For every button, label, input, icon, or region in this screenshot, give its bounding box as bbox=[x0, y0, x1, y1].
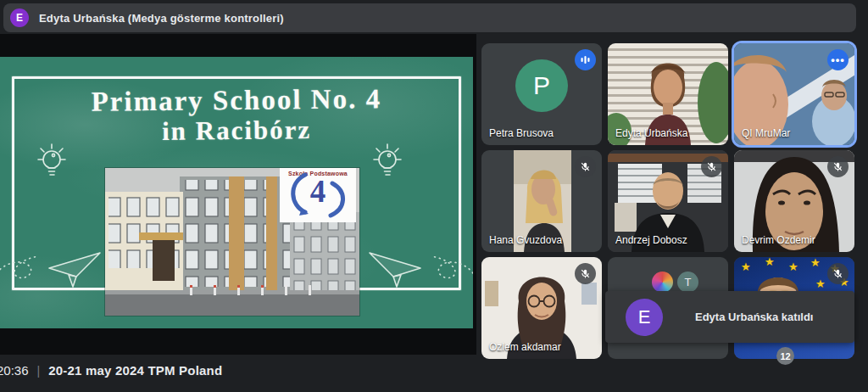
control-bar: 20:36 | 20-21 may 2024 TPM Poland CC bbox=[0, 352, 868, 392]
avatar-initial: P bbox=[533, 71, 550, 100]
mini-avatar-photo bbox=[652, 272, 673, 293]
avatar-initial: T bbox=[685, 276, 692, 288]
school-logo-swoosh bbox=[280, 168, 356, 222]
participant-name: QI MruMar bbox=[742, 127, 790, 139]
presenter-avatar-initial: E bbox=[16, 12, 23, 24]
participants-count-badge: 12 bbox=[776, 347, 794, 365]
mic-off-icon bbox=[575, 156, 596, 177]
participant-tile-edyta-urbanska[interactable]: Edyta Urbańska bbox=[608, 43, 728, 145]
participant-name: Petra Brusova bbox=[489, 127, 554, 139]
join-notification-toast: E Edyta Urbańska katıldı bbox=[605, 291, 854, 343]
school-photo: Szkoła Podstawowa 4 bbox=[105, 168, 359, 316]
school-logo: Szkoła Podstawowa 4 bbox=[280, 168, 356, 222]
more-options-icon[interactable]: ••• bbox=[827, 49, 849, 70]
slide-title-line1: Primary School No. 4 bbox=[0, 82, 473, 119]
toast-message: Edyta Urbańska katıldı bbox=[695, 311, 813, 323]
eu-star: ★ bbox=[741, 260, 751, 273]
toast-avatar-initial: E bbox=[638, 306, 651, 328]
meeting-info: 20:36 | 20-21 may 2024 TPM Poland bbox=[0, 363, 222, 378]
participant-name: Hana Gvuzdova bbox=[489, 234, 562, 246]
paper-plane-doodle-right bbox=[356, 238, 473, 294]
presentation-stage: Primary School No. 4 in Racibórz bbox=[0, 34, 476, 355]
eu-star: ★ bbox=[765, 257, 775, 268]
presenter-avatar: E bbox=[10, 8, 29, 27]
slide-title: Primary School No. 4 in Racibórz bbox=[0, 82, 473, 148]
meeting-title: 20-21 may 2024 TPM Poland bbox=[48, 363, 222, 378]
participant-name: Devrim Ozdemir bbox=[742, 234, 815, 246]
clock: 20:36 bbox=[0, 363, 29, 378]
toast-avatar: E bbox=[626, 299, 663, 336]
participant-name: Edyta Urbańska bbox=[615, 127, 687, 139]
google-meet-window: E Edyta Urbańska (Medya gösterme kontrol… bbox=[0, 0, 868, 392]
separator: | bbox=[37, 364, 41, 378]
mic-off-icon bbox=[575, 263, 596, 284]
mic-off-icon bbox=[701, 156, 722, 177]
participant-tile-ozlem-akdamar[interactable]: Ozlem akdamar bbox=[481, 257, 602, 359]
paper-plane-doodle-left bbox=[0, 238, 114, 294]
mic-off-icon bbox=[827, 156, 849, 177]
top-bar: E Edyta Urbańska (Medya gösterme kontrol… bbox=[3, 3, 856, 32]
presenter-title: Edyta Urbańska (Medya gösterme kontrolle… bbox=[39, 12, 284, 25]
participant-name: Andrzej Dobosz bbox=[615, 234, 687, 246]
audio-speaking-icon bbox=[575, 49, 596, 70]
participant-tile-hana-gvuzdova[interactable]: Hana Gvuzdova bbox=[481, 150, 602, 252]
participant-name: Ozlem akdamar bbox=[489, 341, 561, 353]
mini-avatar-initial: T bbox=[677, 272, 698, 293]
eu-star: ★ bbox=[788, 260, 798, 273]
participant-tile-andrzej-dobosz[interactable]: Andrzej Dobosz bbox=[608, 150, 728, 252]
participant-tile-petra-brusova[interactable]: P Petra Brusova bbox=[481, 43, 602, 145]
lightbulb-doodle-left bbox=[36, 142, 68, 186]
eu-star: ★ bbox=[815, 277, 826, 290]
participant-tile-devrim-ozdemir[interactable]: Devrim Ozdemir bbox=[734, 150, 854, 252]
participant-initial-avatar: P bbox=[515, 59, 568, 112]
shared-slide[interactable]: Primary School No. 4 in Racibórz bbox=[0, 57, 473, 328]
mic-off-icon bbox=[827, 263, 849, 284]
lightbulb-doodle-right bbox=[371, 142, 403, 186]
participant-tile-qi-mrumar[interactable]: ••• QI MruMar bbox=[734, 43, 854, 145]
eu-star: ★ bbox=[810, 257, 821, 269]
